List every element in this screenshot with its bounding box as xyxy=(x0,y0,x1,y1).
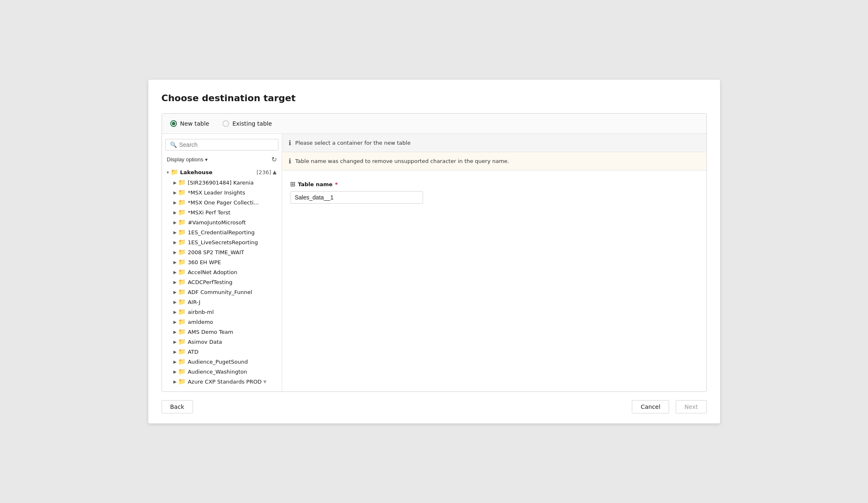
folder-icon: 📁 xyxy=(178,189,186,196)
radio-new-table[interactable]: New table xyxy=(170,120,209,127)
cancel-button[interactable]: Cancel xyxy=(632,400,669,413)
tree-item[interactable]: ▶ 📁 1ES_LiveSecretsReporting xyxy=(165,237,278,247)
chevron-right-icon: ▶ xyxy=(174,270,177,275)
folder-icon: 📁 xyxy=(178,308,186,316)
right-panel: ℹ Please select a container for the new … xyxy=(282,134,706,391)
tree-item[interactable]: ▶ 📁 360 EH WPE xyxy=(165,257,278,267)
chevron-right-icon: ▶ xyxy=(174,360,177,364)
folder-icon: 📁 xyxy=(178,219,186,226)
tree-item[interactable]: ▶ 📁 AMS Demo Team xyxy=(165,327,278,337)
folder-icon: 📁 xyxy=(178,358,186,365)
chevron-right-icon: ▶ xyxy=(174,190,177,195)
radio-existing-table[interactable]: Existing table xyxy=(222,120,272,127)
chevron-right-icon: ▶ xyxy=(174,310,177,314)
folder-icon: 📁 xyxy=(178,348,186,355)
folder-icon: 📁 xyxy=(178,318,186,326)
chevron-right-icon: ▶ xyxy=(174,210,177,215)
chevron-down-icon: ▾ xyxy=(205,157,208,163)
chevron-right-icon: ▶ xyxy=(174,240,177,245)
radio-tabs: New table Existing table xyxy=(162,114,706,134)
tree-item-label: *MSX Leader Insights xyxy=(188,190,245,196)
footer-right-buttons: Cancel Next xyxy=(632,400,706,413)
tree-item[interactable]: ▶ 📁 Audience_Washington xyxy=(165,367,278,377)
chevron-right-icon: ▶ xyxy=(174,230,177,235)
tree-root-lakehouse[interactable]: ▾ 📁 Lakehouse [236] ▲ xyxy=(165,167,278,177)
tree-item[interactable]: ▶ 📁 *MSX Leader Insights xyxy=(165,187,278,197)
tree-item[interactable]: ▶ 📁 Asimov Data xyxy=(165,337,278,347)
chevron-right-icon: ▶ xyxy=(174,350,177,354)
choose-destination-dialog: Choose destination target New table Exis… xyxy=(148,80,720,423)
tree-item[interactable]: ▶ 📁 ATD xyxy=(165,347,278,357)
tree-item-label: AMS Demo Team xyxy=(188,329,233,335)
tree-item-label: ACDCPerfTesting xyxy=(188,279,232,285)
table-name-input[interactable] xyxy=(290,191,423,204)
tree-item[interactable]: ▶ 📁 2008 SP2 TIME_WAIT xyxy=(165,247,278,257)
warning-banner: ℹ Table name was changed to remove unsup… xyxy=(282,152,706,170)
info-banner-text: Please select a container for the new ta… xyxy=(295,140,411,146)
tree-item[interactable]: ▶ 📁 *MSXi Perf Terst xyxy=(165,207,278,217)
next-button[interactable]: Next xyxy=(676,400,707,413)
folder-icon: 📁 xyxy=(178,328,186,335)
tree-item[interactable]: ▶ 📁 amldemo xyxy=(165,317,278,327)
info-banner: ℹ Please select a container for the new … xyxy=(282,134,706,152)
radio-circle-new-table xyxy=(170,120,177,127)
radio-label-new-table: New table xyxy=(180,120,209,127)
tree-item[interactable]: ▶ 📁 airbnb-ml xyxy=(165,307,278,317)
dialog-footer: Back Cancel Next xyxy=(162,392,707,413)
tree-item[interactable]: ▶ 📁 [SIR236901484] Karenia xyxy=(165,177,278,187)
tree-area[interactable]: ▾ 📁 Lakehouse [236] ▲ ▶ 📁 [SIR236901484]… xyxy=(165,167,278,386)
tree-item-label: 1ES_CredentialReporting xyxy=(188,229,254,236)
tree-item[interactable]: ▶ 📁 *MSX One Pager Collecti... xyxy=(165,197,278,207)
display-options-row: Display options ▾ ↻ xyxy=(165,154,278,167)
left-panel: 🔍 Display options ▾ ↻ ▾ 📁 Lakehouse xyxy=(162,134,282,391)
folder-icon: 📁 xyxy=(178,199,186,206)
table-name-label-row: ⊞ Table name * xyxy=(290,180,698,188)
back-button[interactable]: Back xyxy=(162,400,193,413)
tree-item[interactable]: ▶ 📁 Audience_PugetSound xyxy=(165,357,278,367)
chevron-right-icon: ▶ xyxy=(174,250,177,255)
display-options-button[interactable]: Display options ▾ xyxy=(167,156,208,163)
chevron-right-icon: ▶ xyxy=(174,369,177,374)
warning-banner-text: Table name was changed to remove unsuppo… xyxy=(295,158,509,164)
tree-item-label: amldemo xyxy=(188,319,213,325)
lakehouse-folder-icon: 📁 xyxy=(171,168,179,176)
tree-item[interactable]: ▶ 📁 AIR-J xyxy=(165,297,278,307)
tree-item[interactable]: ▶ 📁 Azure CXP Standards PROD ▼ xyxy=(165,377,278,386)
tree-item-label: *MSX One Pager Collecti... xyxy=(188,199,259,206)
tree-item[interactable]: ▶ 📁 AccelNet Adoption xyxy=(165,267,278,277)
chevron-right-icon: ▶ xyxy=(174,290,177,294)
tree-item-label: ATD xyxy=(188,349,198,355)
tree-item-label: Azure CXP Standards PROD xyxy=(188,379,261,385)
radio-circle-existing-table xyxy=(222,120,229,127)
folder-icon: 📁 xyxy=(178,228,186,236)
folder-icon: 📁 xyxy=(178,278,186,286)
chevron-right-icon: ▶ xyxy=(174,180,177,185)
required-indicator: * xyxy=(335,181,338,187)
tree-item-label: Audience_Washington xyxy=(188,369,247,375)
tree-item[interactable]: ▶ 📁 #VamoJuntoMicrosoft xyxy=(165,217,278,227)
search-input[interactable] xyxy=(179,141,274,148)
tree-item[interactable]: ▶ 📁 1ES_CredentialReporting xyxy=(165,227,278,237)
tree-item-label: airbnb-ml xyxy=(188,309,214,315)
scroll-up-icon: ▲ xyxy=(273,169,276,175)
search-box[interactable]: 🔍 xyxy=(165,139,278,151)
folder-icon: 📁 xyxy=(178,209,186,216)
tree-item-label: AccelNet Adoption xyxy=(188,269,237,275)
tree-item-label: 360 EH WPE xyxy=(188,259,221,265)
folder-icon: 📁 xyxy=(178,179,186,186)
folder-icon: 📁 xyxy=(178,368,186,375)
chevron-right-icon: ▶ xyxy=(174,280,177,284)
refresh-button[interactable]: ↻ xyxy=(271,156,277,163)
folder-icon: 📁 xyxy=(178,288,186,296)
folder-icon: 📁 xyxy=(178,238,186,246)
tree-item-label: Audience_PugetSound xyxy=(188,359,248,365)
tree-root-label: Lakehouse xyxy=(180,169,213,175)
tree-item[interactable]: ▶ 📁 ADF Community_Funnel xyxy=(165,287,278,297)
tree-item-label: ADF Community_Funnel xyxy=(188,289,252,295)
tree-item[interactable]: ▶ 📁 ACDCPerfTesting xyxy=(165,277,278,287)
dialog-body: New table Existing table 🔍 Display optio… xyxy=(162,113,707,392)
folder-icon: 📁 xyxy=(178,338,186,345)
dialog-title: Choose destination target xyxy=(162,93,707,103)
form-area: ⊞ Table name * xyxy=(282,170,706,214)
tree-item-label: [SIR236901484] Karenia xyxy=(188,180,254,186)
